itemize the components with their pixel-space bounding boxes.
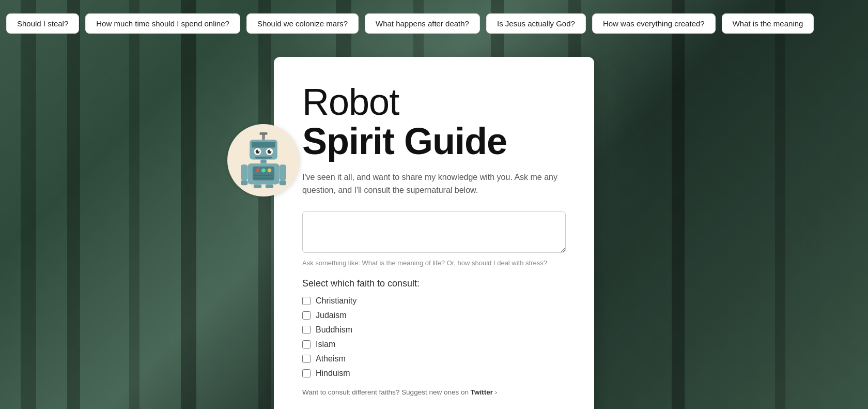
marquee-item[interactable]: How much time should I spend online? <box>85 13 240 34</box>
svg-rect-10 <box>255 157 272 159</box>
faith-item-buddhism[interactable]: Buddhism <box>302 325 566 335</box>
marquee-item[interactable]: Should we colonize mars? <box>246 13 359 34</box>
app-tagline: I've seen it all, and want to share my k… <box>302 171 566 197</box>
svg-point-9 <box>270 150 271 152</box>
marquee-item[interactable]: What happens after death? <box>365 13 480 34</box>
svg-rect-18 <box>254 178 273 179</box>
svg-rect-17 <box>254 175 273 176</box>
faith-checkbox-judaism[interactable] <box>302 311 311 320</box>
main-card: Robot Spirit Guide I've seen it all, and… <box>274 57 594 409</box>
question-input[interactable] <box>302 211 566 253</box>
svg-point-16 <box>268 169 272 173</box>
faith-label-islam[interactable]: Islam <box>316 340 335 349</box>
svg-point-14 <box>256 169 260 173</box>
svg-rect-20 <box>280 164 286 180</box>
svg-point-15 <box>261 169 266 173</box>
faith-item-atheism[interactable]: Atheism <box>302 354 566 363</box>
svg-rect-21 <box>241 180 247 186</box>
faith-label-judaism[interactable]: Judaism <box>316 311 347 320</box>
svg-rect-11 <box>260 160 266 164</box>
faith-checkbox-islam[interactable] <box>302 340 311 349</box>
faith-item-islam[interactable]: Islam <box>302 340 566 349</box>
faith-list: ChristianityJudaismBuddhismIslamAtheismH… <box>302 296 566 378</box>
faith-item-christianity[interactable]: Christianity <box>302 296 566 306</box>
marquee-item[interactable]: How was everything created? <box>592 13 716 34</box>
faith-label-christianity[interactable]: Christianity <box>316 296 357 306</box>
faith-checkbox-christianity[interactable] <box>302 297 311 305</box>
svg-point-8 <box>258 150 259 152</box>
faith-item-judaism[interactable]: Judaism <box>302 311 566 320</box>
marquee-item[interactable]: What is the meaning <box>722 13 814 34</box>
faith-item-hinduism[interactable]: Hinduism <box>302 369 566 378</box>
app-title: Robot Spirit Guide <box>302 83 566 161</box>
faith-label-atheism[interactable]: Atheism <box>316 354 346 363</box>
svg-rect-24 <box>266 184 273 188</box>
marquee-item[interactable]: Should I steal? <box>6 13 79 34</box>
textarea-hint: Ask something like: What is the meaning … <box>302 259 566 267</box>
marquee-item[interactable]: Is Jesus actually God? <box>486 13 586 34</box>
marquee-bar: Should I steal?How much time should I sp… <box>0 0 868 47</box>
faith-label-buddhism[interactable]: Buddhism <box>316 325 352 335</box>
twitter-note: Want to consult different faiths? Sugges… <box>302 388 566 396</box>
faith-checkbox-buddhism[interactable] <box>302 326 311 334</box>
faith-selection-label: Select which faith to consult: <box>302 278 566 289</box>
svg-rect-3 <box>252 142 275 147</box>
faith-label-hinduism[interactable]: Hinduism <box>316 369 350 378</box>
twitter-link[interactable]: Twitter <box>471 388 495 396</box>
svg-rect-22 <box>280 180 286 186</box>
robot-avatar <box>227 124 300 196</box>
faith-checkbox-atheism[interactable] <box>302 355 311 363</box>
faith-checkbox-hinduism[interactable] <box>302 369 311 377</box>
svg-rect-19 <box>241 164 247 180</box>
svg-rect-1 <box>259 132 267 135</box>
robot-icon <box>238 132 289 189</box>
svg-rect-23 <box>254 184 261 188</box>
